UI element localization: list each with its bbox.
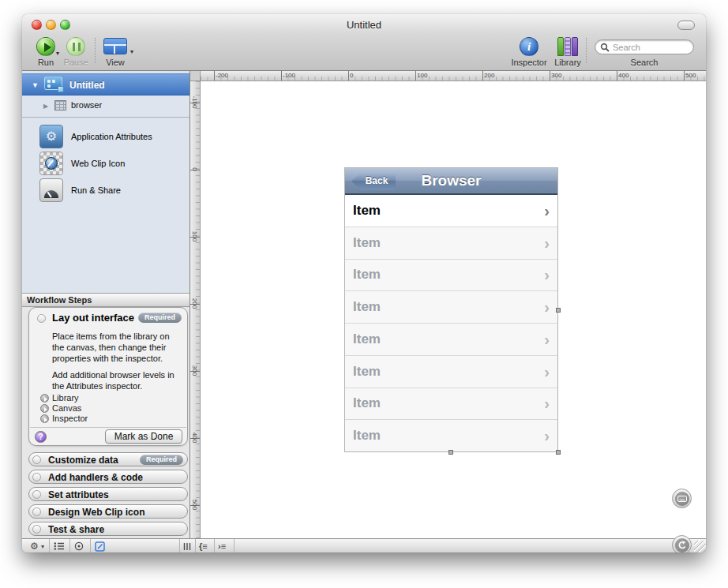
step-radio: [32, 490, 41, 499]
sidebar-item-project[interactable]: ▼ Untitled: [22, 73, 190, 96]
columns-icon[interactable]: [183, 540, 191, 552]
title-toolbar: Untitled ▾ Run Pause ▾ View i Inspector …: [22, 14, 706, 71]
search-field[interactable]: [595, 39, 694, 54]
go-arrow-icon: [40, 404, 49, 413]
link-inspector[interactable]: Inspector: [52, 414, 88, 424]
workflow-step-set-attributes[interactable]: Set attributes: [28, 487, 188, 501]
required-badge: Required: [138, 313, 182, 323]
list-item[interactable]: Item›: [345, 323, 557, 355]
step-paragraph-2: Add additional browser levels in the Att…: [52, 369, 183, 391]
view-grid-line-v: [114, 46, 115, 54]
library-label[interactable]: Library: [546, 58, 589, 67]
project-icon: [44, 77, 62, 90]
resize-handle-corner[interactable]: [556, 450, 561, 455]
web-clip-label: Web Clip Icon: [71, 159, 125, 168]
workflow-step-active: Lay out interface Required Place items f…: [28, 307, 188, 446]
list-item[interactable]: Item›: [345, 195, 557, 227]
mark-as-done-button[interactable]: Mark as Done: [105, 429, 182, 444]
help-button[interactable]: ?: [35, 431, 47, 443]
browser-title: Browser: [345, 172, 557, 189]
bottombar-divider: [90, 539, 91, 552]
application-attributes-label: Application Attributes: [71, 132, 152, 141]
project-label: Untitled: [69, 80, 105, 91]
window-resize-grip[interactable]: [694, 541, 706, 552]
play-glyph: [44, 43, 51, 52]
view-grid-line-h: [104, 44, 126, 46]
browser-widget[interactable]: Back Browser Item› Item› Item› Item›: [344, 167, 558, 452]
link-library[interactable]: Library: [52, 393, 79, 403]
workflow-step-add-handlers[interactable]: Add handlers & code: [28, 470, 188, 484]
library-icon[interactable]: [557, 37, 578, 56]
resize-handle-right[interactable]: [556, 308, 561, 313]
search-input[interactable]: [613, 42, 690, 53]
list-item[interactable]: Item›: [345, 259, 557, 291]
workflow-steps-header: Workflow Steps: [22, 293, 190, 307]
chevron-right-icon: ›: [544, 428, 550, 444]
list-item[interactable]: Item›: [345, 227, 557, 259]
source-brace-icon[interactable]: {≡: [199, 540, 208, 552]
chevron-right-icon: ›: [544, 364, 550, 380]
bottom-bar: ⚙ ▾ {≡ ›≡: [22, 538, 706, 552]
bottombar-divider: [234, 539, 235, 552]
list-item[interactable]: Item›: [345, 355, 557, 388]
run-icon[interactable]: [36, 37, 55, 56]
application-attributes-icon: ⚙: [39, 125, 63, 148]
steps-list-icon[interactable]: [54, 540, 65, 552]
browser-list-icon: [54, 100, 66, 110]
workflow-step-design-web-clip[interactable]: Design Web Clip icon: [28, 504, 188, 519]
sidebar-item-run-share[interactable]: Run & Share: [22, 178, 190, 205]
search-label: Search: [595, 58, 694, 67]
edit-steps-icon[interactable]: [95, 540, 105, 552]
library-book-purple: [572, 37, 578, 56]
keyboard-icon: [675, 492, 689, 506]
step-title: Lay out interface: [52, 312, 134, 324]
horizontal-ruler: -200 -100 0 100 200 300 400 500: [201, 71, 706, 81]
keyboard-toggle-button[interactable]: [672, 489, 692, 508]
chevron-right-icon: ›: [544, 235, 550, 251]
browser-label: browser: [71, 100, 102, 110]
gear-dropdown-arrow[interactable]: ▾: [41, 540, 44, 552]
workflow-step-customize-data[interactable]: Customize data Required: [28, 452, 188, 466]
indent-list-icon[interactable]: ›≡: [218, 540, 226, 552]
view-dropdown-arrow[interactable]: ▾: [130, 48, 133, 55]
rotate-orientation-button[interactable]: [672, 535, 692, 552]
library-book-green: [557, 37, 564, 56]
chevron-right-icon: ›: [544, 203, 550, 219]
toolbar-toggle-lozenge[interactable]: [677, 21, 695, 30]
view-label[interactable]: View: [96, 58, 134, 67]
run-dropdown-arrow[interactable]: ▾: [56, 50, 59, 57]
resize-handle-bottom[interactable]: [448, 450, 453, 455]
disclosure-closed-icon[interactable]: ▶: [43, 103, 48, 110]
chevron-right-icon: ›: [544, 395, 550, 411]
workflow-step-test-share[interactable]: Test & share: [28, 522, 188, 536]
window-title: Untitled: [22, 19, 706, 31]
step-radio: [32, 455, 41, 464]
toolbar-divider-2: [586, 38, 587, 63]
design-canvas[interactable]: Back Browser Item› Item› Item› Item›: [201, 81, 706, 538]
bottombar-divider: [179, 539, 180, 552]
target-icon[interactable]: [74, 540, 84, 552]
sidebar-item-web-clip-icon[interactable]: Web Clip Icon: [22, 152, 190, 178]
action-gear-icon[interactable]: ⚙: [30, 540, 39, 552]
go-arrow-icon: [40, 414, 49, 423]
bottombar-divider: [195, 539, 196, 552]
bottombar-divider: [214, 539, 215, 552]
link-canvas[interactable]: Canvas: [52, 403, 81, 414]
rotate-icon: [675, 538, 689, 552]
go-arrow-icon: [40, 394, 49, 403]
inspector-icon[interactable]: i: [520, 37, 538, 56]
view-icon[interactable]: [103, 38, 127, 54]
ruler-corner: [190, 71, 201, 81]
list-item[interactable]: Item›: [345, 419, 557, 451]
list-item[interactable]: Item›: [345, 290, 557, 323]
chevron-right-icon: ›: [544, 267, 550, 283]
bottombar-divider: [49, 539, 50, 552]
step-radio: [32, 507, 41, 516]
pause-icon[interactable]: [66, 37, 85, 56]
sidebar-item-application-attributes[interactable]: ⚙ Application Attributes: [22, 125, 190, 152]
list-item[interactable]: Item›: [345, 388, 557, 420]
vertical-ruler: -100 0 100 200 300 400 500: [190, 81, 201, 538]
disclosure-open-icon[interactable]: ▼: [32, 81, 39, 89]
step-radio[interactable]: [37, 314, 46, 323]
sidebar-item-browser[interactable]: ▶ browser: [22, 96, 190, 115]
